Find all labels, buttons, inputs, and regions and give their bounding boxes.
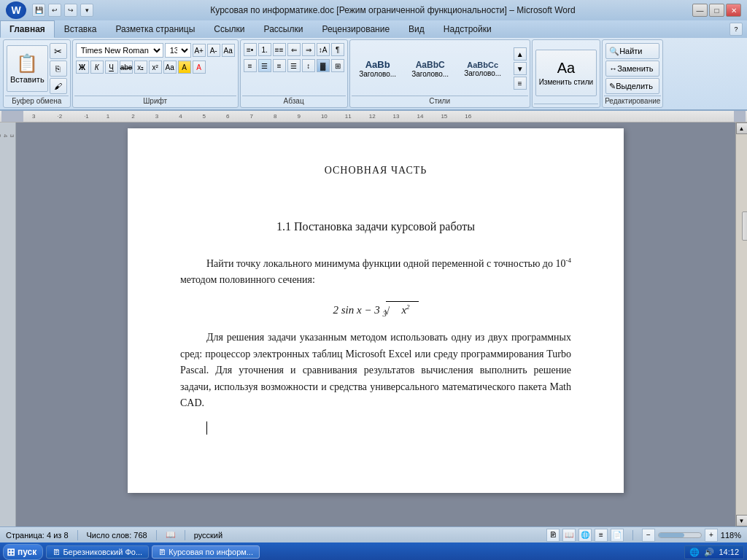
- zoom-out-btn[interactable]: −: [642, 529, 655, 542]
- quick-redo-btn[interactable]: ↪: [64, 4, 77, 17]
- spelling-icon[interactable]: 📖: [166, 530, 176, 540]
- tab-review[interactable]: Рецензирование: [312, 20, 399, 38]
- clear-format-btn[interactable]: Aa: [222, 44, 235, 57]
- tab-references[interactable]: Ссылки: [204, 20, 254, 38]
- font-name-select[interactable]: Times New Roman: [76, 43, 163, 58]
- editing-group: 🔍 Найти ↔ Заменить ✎ Выделить Редактиров…: [602, 39, 663, 108]
- zoom-control[interactable]: − + 118%: [642, 529, 741, 542]
- highlight-button[interactable]: A: [178, 61, 191, 74]
- align-center-btn[interactable]: ☰: [258, 59, 271, 72]
- view-outline-btn[interactable]: ≡: [595, 529, 608, 542]
- select-button[interactable]: ✎ Выделить: [605, 78, 659, 94]
- line-spacing-btn[interactable]: ↕: [302, 59, 315, 72]
- styles-group: AaBb Заголово... AaBbC Заголово... AaBbC…: [349, 39, 530, 108]
- sort-btn[interactable]: ↕A: [317, 43, 330, 56]
- style-heading1[interactable]: AaBb Заголово...: [353, 45, 403, 92]
- copy-button[interactable]: ⎘: [50, 61, 67, 77]
- change-case-button[interactable]: Аа: [163, 61, 177, 74]
- window-controls: — □ ✕: [692, 4, 741, 17]
- underline-button[interactable]: Ч: [105, 61, 118, 74]
- replace-button[interactable]: ↔ Заменить: [605, 61, 659, 77]
- taskbar-item-0[interactable]: 🖹 Березниковский Фо...: [46, 545, 149, 559]
- tab-mailings[interactable]: Рассылки: [255, 20, 313, 38]
- style-heading3[interactable]: AaBbCс Заголово...: [458, 45, 508, 92]
- clipboard-group: 📋 Вставить ✂ ⎘ 🖌 Буфер обмена: [3, 39, 71, 108]
- minimize-button[interactable]: —: [692, 4, 708, 17]
- formula-block: 2 sin x − 3 3 √ x2: [180, 300, 571, 318]
- taskbar-item-0-icon: 🖹: [53, 548, 61, 556]
- tray-network-icon: 🌐: [689, 548, 700, 557]
- strikethrough-button[interactable]: abe: [120, 61, 133, 74]
- style-scroll-down[interactable]: ▼: [514, 62, 527, 75]
- view-web-btn[interactable]: 🌐: [578, 529, 592, 542]
- multilevel-btn[interactable]: ≡≡: [273, 43, 286, 56]
- view-reading-btn[interactable]: 📖: [562, 529, 576, 542]
- view-draft-btn[interactable]: 📄: [611, 529, 624, 542]
- bold-button[interactable]: Ж: [76, 61, 89, 74]
- font-size-select[interactable]: 13: [165, 43, 191, 58]
- change-styles-button[interactable]: Aa Изменить стили: [535, 50, 597, 96]
- maximize-button[interactable]: □: [709, 4, 724, 17]
- scroll-thumb[interactable]: [742, 211, 748, 241]
- tab-insert[interactable]: Вставка: [55, 20, 107, 38]
- style-more[interactable]: ≡: [514, 77, 527, 90]
- system-tray: 🌐 🔊 14:12: [684, 545, 744, 559]
- align-justify-btn[interactable]: ☰: [287, 59, 301, 72]
- taskbar-item-1[interactable]: 🖹 Курсовая по информ...: [152, 545, 260, 559]
- quick-undo-btn[interactable]: ↩: [48, 4, 61, 17]
- ribbon-help-btn[interactable]: ?: [729, 23, 743, 36]
- start-button[interactable]: ⊞ пуск: [3, 544, 43, 560]
- increase-indent-btn[interactable]: ⇒: [302, 43, 315, 56]
- paste-button[interactable]: 📋 Вставить: [7, 45, 48, 92]
- zoom-level: 118%: [721, 531, 741, 540]
- text-cursor-line: [180, 421, 571, 438]
- taskbar-item-0-label: Березниковский Фо...: [63, 548, 142, 556]
- decrease-font-btn[interactable]: A-: [207, 44, 220, 57]
- tab-page-layout[interactable]: Разметка страницы: [106, 20, 204, 38]
- align-left-btn[interactable]: ≡: [244, 59, 257, 72]
- zoom-in-btn[interactable]: +: [705, 529, 718, 542]
- office-button[interactable]: W: [6, 1, 26, 19]
- tab-view[interactable]: Вид: [399, 20, 434, 38]
- subscript-button[interactable]: x₂: [134, 61, 147, 74]
- numbering-btn[interactable]: 1.: [258, 43, 271, 56]
- paragraph-group-label: Абзац: [242, 96, 346, 106]
- close-button[interactable]: ✕: [726, 4, 741, 17]
- find-button[interactable]: 🔍 Найти: [605, 43, 659, 59]
- italic-button[interactable]: К: [90, 61, 104, 74]
- zoom-slider[interactable]: [658, 532, 702, 538]
- show-formatting-btn[interactable]: ¶: [331, 43, 344, 56]
- quick-more-btn[interactable]: ▾: [80, 4, 93, 17]
- horizontal-ruler[interactable]: 3 ·2 ·1 1 2 3 4 5 6 7 8 9 10 11 12 13 14…: [0, 111, 747, 122]
- font-color-button[interactable]: A: [193, 61, 206, 74]
- tab-home[interactable]: Главная: [0, 20, 55, 38]
- increase-font-btn[interactable]: A+: [193, 44, 206, 57]
- tab-addins[interactable]: Надстройки: [434, 20, 501, 38]
- format-painter-button[interactable]: 🖌: [50, 78, 67, 94]
- page-number-label: Страница: 4 из 8: [6, 531, 69, 540]
- align-right-btn[interactable]: ≡: [273, 59, 286, 72]
- bullets-btn[interactable]: ≡•: [244, 43, 257, 56]
- styles-group-label: Стили: [352, 96, 528, 106]
- scroll-up-btn[interactable]: ▲: [736, 122, 748, 134]
- scroll-down-btn[interactable]: ▼: [736, 515, 748, 526]
- tray-sound-icon: 🔊: [704, 548, 714, 557]
- quick-save-btn[interactable]: 💾: [32, 4, 45, 17]
- style-heading2[interactable]: AaBbC Заголово...: [406, 45, 455, 92]
- vertical-scrollbar[interactable]: ▲ ▼: [735, 122, 747, 526]
- document-page: ОСНОВНАЯ ЧАСТЬ 1.1 Постановка задачи кур…: [128, 128, 624, 493]
- superscript-button[interactable]: x²: [149, 61, 162, 74]
- view-print-btn[interactable]: 🖹: [546, 529, 560, 542]
- document-area[interactable]: ОСНОВНАЯ ЧАСТЬ 1.1 Постановка задачи кур…: [16, 122, 735, 526]
- windows-logo-icon: ⊞: [7, 546, 15, 558]
- style-scroll-up[interactable]: ▲: [514, 47, 527, 61]
- paragraph-2: Для решения задачи указанным методом исп…: [180, 330, 571, 411]
- paragraph-group: ≡• 1. ≡≡ ⇐ ⇒ ↕A ¶ ≡ ☰ ≡ ☰ ↕ ▓ ⊞: [240, 39, 348, 108]
- borders-btn[interactable]: ⊞: [331, 59, 344, 72]
- taskbar-item-1-label: Курсовая по информ...: [169, 548, 253, 556]
- decrease-indent-btn[interactable]: ⇐: [287, 43, 301, 56]
- document-main-title: ОСНОВНАЯ ЧАСТЬ: [180, 165, 571, 176]
- shading-btn[interactable]: ▓: [317, 59, 330, 72]
- window-title: Курсовая по информатике.doc [Режим огран…: [93, 5, 692, 15]
- cut-button[interactable]: ✂: [50, 43, 67, 59]
